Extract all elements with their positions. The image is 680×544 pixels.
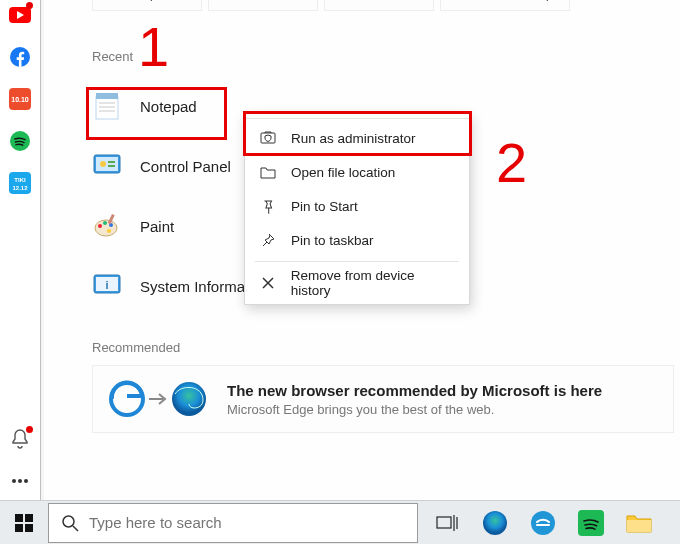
- recommended-text: The new browser recommended by Microsoft…: [227, 382, 602, 417]
- search-input[interactable]: [89, 514, 405, 531]
- svg-point-26: [107, 229, 111, 233]
- svg-rect-40: [437, 517, 451, 528]
- tile-label: File Explorer: [113, 0, 180, 1]
- ctx-pin-to-taskbar[interactable]: Pin to taskbar: [245, 223, 469, 257]
- ctx-item-label: Open file location: [291, 165, 395, 180]
- paint-icon: [92, 211, 122, 241]
- spotify-taskbar-icon[interactable]: [576, 508, 606, 538]
- close-icon: [259, 274, 277, 292]
- file-explorer-taskbar-icon[interactable]: [624, 508, 654, 538]
- youtube-icon[interactable]: [9, 4, 31, 26]
- svg-point-19: [100, 161, 106, 167]
- recommended-title: The new browser recommended by Microsoft…: [227, 382, 602, 399]
- pin-taskbar-icon: [259, 231, 277, 249]
- folder-icon: [259, 163, 277, 181]
- svg-point-38: [63, 516, 74, 527]
- svg-rect-45: [578, 510, 604, 536]
- ctx-open-file-location[interactable]: Open file location: [245, 155, 469, 189]
- spotify-icon[interactable]: [9, 130, 31, 152]
- svg-text:i: i: [105, 279, 108, 291]
- svg-rect-46: [627, 520, 651, 532]
- context-menu-separator: [255, 261, 459, 262]
- context-menu: Run as administrator Open file location …: [244, 113, 470, 305]
- svg-point-43: [483, 511, 507, 535]
- pin-start-icon: [259, 197, 277, 215]
- sysinfo-icon: i: [92, 271, 122, 301]
- svg-point-23: [98, 224, 102, 228]
- tile-file-explorer[interactable]: File Explorer: [92, 0, 202, 11]
- ctx-remove-from-history[interactable]: Remove from device history: [245, 266, 469, 300]
- svg-rect-13: [96, 93, 118, 99]
- ctx-pin-to-start[interactable]: Pin to Start: [245, 189, 469, 223]
- facebook-icon[interactable]: [9, 46, 31, 68]
- svg-point-24: [103, 221, 107, 225]
- app-taskbar-icon[interactable]: [528, 508, 558, 538]
- shield-icon: [259, 129, 277, 147]
- svg-rect-20: [108, 161, 115, 163]
- svg-rect-37: [25, 524, 33, 532]
- start-button[interactable]: [0, 501, 48, 545]
- ctx-item-label: Pin to Start: [291, 199, 358, 214]
- ctx-item-label: Remove from device history: [291, 268, 455, 298]
- tile-photos[interactable]: Photos: [324, 0, 434, 11]
- recent-heading: Recent: [92, 49, 680, 64]
- tile-photoshop[interactable]: Adobe Photoshop: [440, 0, 570, 11]
- tiki-icon[interactable]: TIKI12.12: [9, 172, 31, 194]
- svg-text:TIKI: TIKI: [14, 177, 26, 183]
- recommended-subtitle: Microsoft Edge brings you the best of th…: [227, 402, 602, 417]
- edge-taskbar-icon[interactable]: [480, 508, 510, 538]
- notepad-icon: [92, 91, 122, 121]
- svg-rect-21: [108, 165, 115, 167]
- pinned-tiles-row: File Explorer Coc Coc Photos Adobe Photo…: [44, 0, 680, 11]
- svg-point-9: [12, 479, 16, 483]
- tile-label: Photos: [360, 0, 397, 1]
- ctx-run-as-administrator[interactable]: Run as administrator: [245, 121, 469, 155]
- svg-rect-18: [96, 157, 118, 171]
- svg-rect-36: [15, 524, 23, 532]
- svg-point-44: [531, 511, 555, 535]
- control-panel-icon: [92, 151, 122, 181]
- notification-dot-icon: [26, 2, 33, 9]
- svg-rect-35: [25, 514, 33, 522]
- svg-text:12.12: 12.12: [12, 185, 28, 191]
- recommended-heading: Recommended: [92, 340, 680, 355]
- svg-point-11: [24, 479, 28, 483]
- recent-item-label: Control Panel: [140, 158, 231, 175]
- recent-item-label: Notepad: [140, 98, 197, 115]
- taskbar-icons: [432, 508, 654, 538]
- desktop-side-icons: 10.10 TIKI12.12: [0, 0, 40, 500]
- tile-label: Coc Coc: [240, 0, 286, 1]
- search-icon: [61, 514, 79, 532]
- svg-rect-12: [96, 97, 118, 119]
- context-menu-separator: [245, 118, 469, 119]
- taskbar: [0, 500, 680, 544]
- divider: [40, 0, 41, 500]
- task-view-icon[interactable]: [432, 508, 462, 538]
- svg-point-10: [18, 479, 22, 483]
- svg-text:10.10: 10.10: [11, 96, 29, 103]
- tile-coc-coc[interactable]: Coc Coc: [208, 0, 318, 11]
- more-icon[interactable]: [9, 470, 31, 492]
- shopee-icon[interactable]: 10.10: [9, 88, 31, 110]
- edge-icons: [109, 378, 209, 420]
- ctx-item-label: Run as administrator: [291, 131, 416, 146]
- taskbar-search[interactable]: [48, 503, 418, 543]
- tile-label: Adobe Photoshop: [457, 0, 552, 1]
- notification-dot-icon: [26, 426, 33, 433]
- notifications-icon[interactable]: [9, 428, 31, 450]
- recommended-card-edge[interactable]: The new browser recommended by Microsoft…: [92, 365, 674, 433]
- svg-line-39: [73, 526, 78, 531]
- recent-item-label: Paint: [140, 218, 174, 235]
- ctx-item-label: Pin to taskbar: [291, 233, 374, 248]
- svg-rect-34: [15, 514, 23, 522]
